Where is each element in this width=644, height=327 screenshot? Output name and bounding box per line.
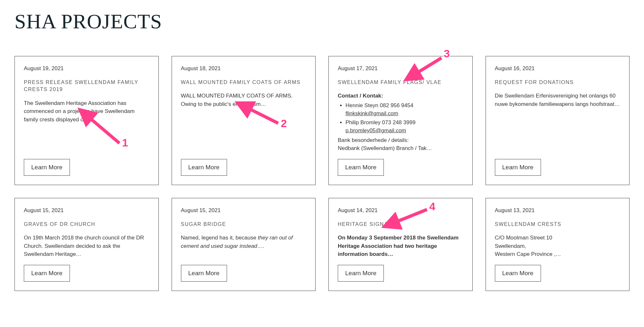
bank-line: Nedbank (Swellendam) Branch / Tak… <box>338 145 432 151</box>
project-card: August 16, 2021 REQUEST FOR DONATIONS Di… <box>486 56 630 185</box>
contact-item: Hennie Steyn 082 956 9454 flinkskink@gma… <box>346 101 463 118</box>
card-body: On Monday 3 September 2018 the Swellenda… <box>338 234 463 258</box>
project-card: August 13, 2021 SWELLENDAM CRESTS C/O Mo… <box>486 198 630 291</box>
card-date: August 16, 2021 <box>495 65 620 72</box>
card-date: August 15, 2021 <box>24 207 149 214</box>
card-title: SWELLENDAM CRESTS <box>495 221 620 228</box>
card-title: HERITAGE SIGNAGE <box>338 221 463 228</box>
svg-text:3: 3 <box>444 47 450 60</box>
project-card: August 18, 2021 WALL MOUNTED FAMILY COAT… <box>172 56 316 185</box>
contact-email-link[interactable]: flinkskink@gmail.com <box>346 110 398 117</box>
card-date: August 14, 2021 <box>338 207 463 214</box>
body-line: Western Cape Province ,… <box>495 251 561 257</box>
learn-more-button[interactable]: Learn More <box>181 159 227 176</box>
learn-more-button[interactable]: Learn More <box>24 159 70 176</box>
learn-more-button[interactable]: Learn More <box>495 159 541 176</box>
bank-line: Bank besonderhede / details: <box>338 137 409 143</box>
card-date: August 19, 2021 <box>24 65 149 72</box>
card-body: Named, legend has it, because they ran o… <box>181 234 307 258</box>
card-title: PRESS RELEASE SWELLENDAM FAMILY CRESTS 2… <box>24 79 149 93</box>
card-body: On 19th March 2018 the church council of… <box>24 234 149 258</box>
card-body: Contact / Kontak: Hennie Steyn 082 956 9… <box>338 92 463 153</box>
contact-item: Philip Bromley 073 248 3999 p.bromley05@… <box>346 118 463 135</box>
body-line: Swellendam, <box>495 243 526 249</box>
page-title: SHA PROJECTS <box>14 10 630 33</box>
body-line: Owing to the public's enthusiasm… <box>181 101 266 107</box>
card-body: C/O Moolman Street 10 Swellendam, Wester… <box>495 234 620 258</box>
card-date: August 15, 2021 <box>181 207 307 214</box>
contact-name: Philip Bromley 073 248 3999 <box>346 119 415 126</box>
body-line: WALL MOUNTED FAMILY COATS OF ARMS. <box>181 93 293 99</box>
learn-more-button[interactable]: Learn More <box>24 265 70 282</box>
card-title: WALL MOUNTED FAMILY COATS OF ARMS <box>181 79 307 86</box>
contact-email-link[interactable]: p.bromley05@gmail.com <box>346 127 406 134</box>
body-text: Named, legend has it, because <box>181 235 258 241</box>
project-card: August 17, 2021 SWELLENDAM FAMILY FLAGS/… <box>328 56 473 185</box>
card-body: The Swellendam Heritage Association has … <box>24 99 149 153</box>
body-text: …. <box>257 243 264 249</box>
card-title: SWELLENDAM FAMILY FLAGS/ VLAE <box>338 79 463 86</box>
contact-name: Hennie Steyn 082 956 9454 <box>346 102 413 108</box>
body-bold: On Monday 3 September 2018 the Swellenda… <box>338 235 459 257</box>
card-title: SUGAR BRIDGE <box>181 221 307 228</box>
learn-more-button[interactable]: Learn More <box>338 265 384 282</box>
learn-more-button[interactable]: Learn More <box>338 159 384 176</box>
project-card: August 19, 2021 PRESS RELEASE SWELLENDAM… <box>14 56 159 185</box>
card-date: August 13, 2021 <box>495 207 620 214</box>
card-body: Die Swellendam Erfenisvereniging het onl… <box>495 92 620 153</box>
project-card: August 15, 2021 SUGAR BRIDGE Named, lege… <box>172 198 316 291</box>
body-line: C/O Moolman Street 10 <box>495 235 553 241</box>
card-body: WALL MOUNTED FAMILY COATS OF ARMS. Owing… <box>181 92 307 153</box>
projects-grid: August 19, 2021 PRESS RELEASE SWELLENDAM… <box>14 56 630 291</box>
project-card: August 14, 2021 HERITAGE SIGNAGE On Mond… <box>328 198 473 291</box>
card-title: REQUEST FOR DONATIONS <box>495 79 620 86</box>
card-date: August 18, 2021 <box>181 65 307 72</box>
learn-more-button[interactable]: Learn More <box>495 265 541 282</box>
card-title: GRAVES OF DR CHURCH <box>24 221 149 228</box>
learn-more-button[interactable]: Learn More <box>181 265 227 282</box>
project-card: August 15, 2021 GRAVES OF DR CHURCH On 1… <box>14 198 159 291</box>
card-date: August 17, 2021 <box>338 65 463 72</box>
contact-label: Contact / Kontak: <box>338 93 383 99</box>
